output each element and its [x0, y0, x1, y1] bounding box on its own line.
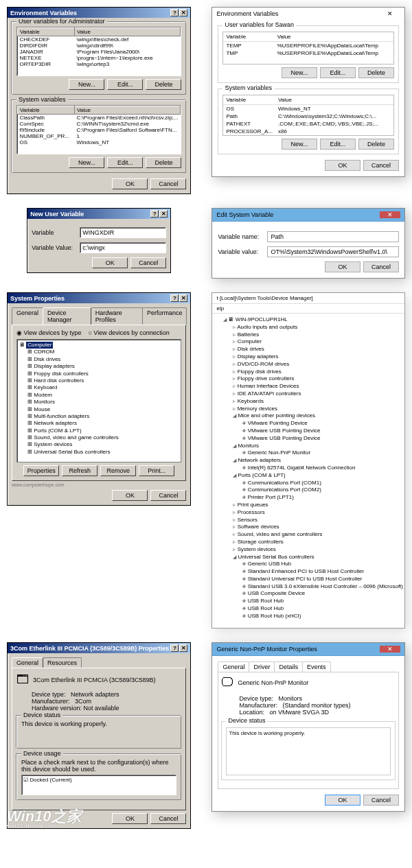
- tree-item[interactable]: Batteries: [233, 331, 403, 339]
- table-row[interactable]: DIRDIFDIR\wingx\dirdif99\: [18, 43, 181, 49]
- table-row[interactable]: PathC:\Windows\system32;C:\Windows;C:\..…: [223, 113, 393, 120]
- ok-button[interactable]: OK: [112, 178, 148, 189]
- table-row[interactable]: f95includeC:\Program Files\Salford Softw…: [18, 127, 181, 133]
- tree-item[interactable]: Disk drives: [27, 356, 179, 363]
- radio-by-type[interactable]: View devices by type: [16, 329, 81, 336]
- close-icon[interactable]: ✕: [179, 644, 187, 652]
- user-vars-list[interactable]: Variable Value TEMP%USERPROFILE%\AppData…: [222, 32, 394, 64]
- tree-item[interactable]: ⎆ VMware USB Pointing Device: [242, 435, 403, 443]
- help-icon[interactable]: ?: [170, 9, 179, 16]
- edit-button[interactable]: Edit...: [320, 139, 356, 150]
- close-icon[interactable]: ✕: [380, 211, 400, 218]
- tree-item[interactable]: Mouse: [27, 406, 179, 413]
- new-button[interactable]: New...: [69, 79, 104, 90]
- radio-by-connection[interactable]: View devices by connection: [88, 329, 169, 336]
- close-icon[interactable]: ✕: [179, 294, 187, 302]
- tree-item[interactable]: Monitors: [27, 399, 179, 406]
- table-row[interactable]: CHECKDEF\wingx\files\check.def: [18, 36, 181, 43]
- delete-button[interactable]: Delete: [146, 79, 181, 90]
- tree-item[interactable]: Ports (COM & LPT): [27, 427, 179, 434]
- tree-item[interactable]: Computer: [233, 338, 403, 346]
- table-row[interactable]: OSWindows_NT: [223, 105, 393, 113]
- tab-details[interactable]: Details: [274, 661, 303, 672]
- tree-item[interactable]: Storage controllers: [233, 539, 403, 546]
- menu-bar[interactable]: elp: [212, 304, 404, 314]
- tree-item[interactable]: Audio inputs and outputs: [233, 324, 403, 331]
- refresh-button[interactable]: Refresh: [62, 465, 98, 476]
- tree-item[interactable]: Disk drives: [233, 346, 403, 353]
- print-button[interactable]: Print...: [139, 465, 174, 476]
- ok-button[interactable]: OK: [325, 795, 360, 806]
- tree-item[interactable]: Display adapters: [27, 363, 179, 370]
- ok-button[interactable]: OK: [112, 490, 148, 501]
- tree-item[interactable]: Monitors⎆ Generic Non-PnP Monitor: [233, 443, 403, 458]
- tree-item[interactable]: ⎆ Generic Non-PnP Monitor: [242, 449, 403, 457]
- close-icon[interactable]: ✕: [380, 10, 400, 17]
- table-row[interactable]: ORTEP3DIR\wingx\ortep3: [18, 61, 181, 67]
- var-value-input[interactable]: OT%\System32\WindowsPowerShell\v1.0\: [267, 246, 399, 257]
- tree-item[interactable]: Human Interface Devices: [233, 383, 403, 390]
- tree-item[interactable]: Hard disk controllers: [27, 377, 179, 384]
- tree-item[interactable]: ⎆ USB Root Hub: [242, 605, 403, 613]
- table-row[interactable]: ComSpecC:\WINNT\system32\cmd.exe: [18, 121, 181, 127]
- tree-item[interactable]: ⎆ Generic USB Hub: [242, 561, 403, 568]
- tab-hardware-profiles[interactable]: Hardware Profiles: [91, 307, 143, 325]
- var-name-input[interactable]: Path: [267, 231, 399, 242]
- user-vars-list[interactable]: Variable Value CHECKDEF\wingx\files\chec…: [16, 27, 181, 76]
- tree-item[interactable]: ⎆ Intel(R) 82574L Gigabit Network Connec…: [242, 465, 403, 472]
- tree-item[interactable]: ⎆ Standard Universal PCI to USB Host Con…: [242, 576, 403, 583]
- tree-item[interactable]: ⎆ Printer Port (LPT1): [242, 494, 403, 502]
- var-name-input[interactable]: WINGXDIR: [80, 227, 166, 238]
- tree-item[interactable]: Universal Serial Bus controllers⎆ Generi…: [233, 554, 403, 620]
- table-row[interactable]: ClassPathC:\Program Files\Exceed.nt\hcl\…: [18, 115, 181, 121]
- tree-item[interactable]: ⎆ Standard Enhanced PCI to USB Host Cont…: [242, 568, 403, 576]
- tree-item[interactable]: Floppy disk controllers: [27, 371, 179, 377]
- tree-item[interactable]: System devices: [233, 546, 403, 554]
- help-icon[interactable]: ?: [150, 210, 159, 218]
- tree-item[interactable]: ⎆ USB Root Hub: [242, 598, 403, 605]
- table-row[interactable]: TMP%USERPROFILE%\AppData\Local\Temp: [223, 49, 393, 57]
- tree-item[interactable]: ⎆ USB Root Hub (xHCI): [242, 613, 403, 620]
- table-row[interactable]: NETEXE\progra~1\intern~1\iexplore.exe: [18, 55, 181, 61]
- cancel-button[interactable]: Cancel: [150, 813, 186, 824]
- ok-button[interactable]: OK: [112, 813, 148, 824]
- device-tree[interactable]: 🖥 WIN-9POCLUPR1HL Audio inputs and outpu…: [212, 314, 404, 623]
- tree-item[interactable]: Multi-function adapters: [27, 413, 179, 420]
- tree-item[interactable]: Floppy disk drives: [233, 368, 403, 376]
- tab-general[interactable]: General: [12, 657, 43, 668]
- tree-item[interactable]: Sensors: [233, 517, 403, 524]
- tab-general[interactable]: General: [12, 307, 43, 325]
- cancel-button[interactable]: Cancel: [150, 490, 186, 501]
- tree-item[interactable]: System devices: [27, 441, 179, 448]
- tree-item[interactable]: Modem: [27, 392, 179, 399]
- cancel-button[interactable]: Cancel: [130, 257, 166, 268]
- ok-button[interactable]: OK: [325, 160, 360, 171]
- tree-item[interactable]: Keyboard: [27, 384, 179, 391]
- close-icon[interactable]: ✕: [179, 9, 187, 16]
- tab-driver[interactable]: Driver: [249, 661, 275, 672]
- tree-item[interactable]: Ports (COM & LPT)⎆ Communications Port (…: [233, 472, 403, 502]
- edit-button[interactable]: Edit...: [107, 157, 143, 168]
- help-icon[interactable]: ?: [170, 294, 179, 302]
- tree-item[interactable]: Network adapters⎆ Intel(R) 82574L Gigabi…: [233, 457, 403, 472]
- device-tree[interactable]: 🖥 Computer CDROMDisk drivesDisplay adapt…: [16, 339, 181, 462]
- cancel-button[interactable]: Cancel: [150, 178, 186, 189]
- tab-device-manager[interactable]: Device Manager: [43, 307, 91, 325]
- tree-item[interactable]: Software devices: [233, 524, 403, 531]
- help-icon[interactable]: ?: [170, 644, 179, 652]
- tree-item[interactable]: ⎆ Communications Port (COM1): [242, 480, 403, 487]
- tree-item[interactable]: DVD/CD-ROM drives: [233, 361, 403, 368]
- delete-button[interactable]: Delete: [358, 67, 394, 78]
- tree-item[interactable]: ⎆ Standard USB 3.0 eXtensible Host Contr…: [242, 583, 403, 591]
- tab-general[interactable]: General: [218, 661, 249, 672]
- sys-vars-list[interactable]: Variable Value OSWindows_NTPathC:\Window…: [222, 95, 394, 136]
- tree-item[interactable]: Processors: [233, 509, 403, 517]
- table-row[interactable]: OSWindows_NT: [18, 139, 181, 145]
- sys-vars-list[interactable]: Variable Value ClassPathC:\Program Files…: [16, 105, 181, 154]
- tree-item[interactable]: Universal Serial Bus controllers: [27, 449, 179, 456]
- new-button[interactable]: New...: [69, 157, 104, 168]
- cancel-button[interactable]: Cancel: [363, 160, 399, 171]
- delete-button[interactable]: Delete: [146, 157, 181, 168]
- table-row[interactable]: PROCESSOR_A...x86: [223, 128, 393, 135]
- tree-item[interactable]: ⎆ Communications Port (COM2): [242, 486, 403, 494]
